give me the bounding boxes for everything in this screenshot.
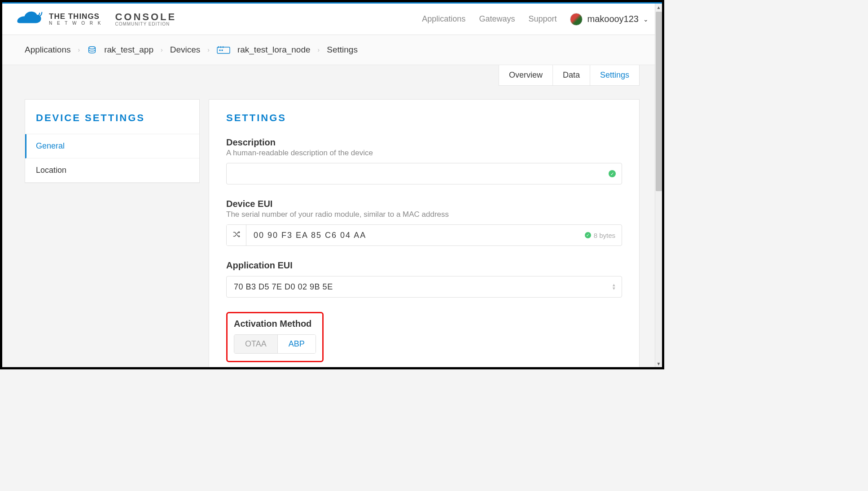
app-eui-select[interactable]: 70 B3 D5 7E D0 02 9B 5E ▴▾ xyxy=(226,276,622,298)
description-label: Description xyxy=(226,137,622,148)
breadcrumb-device-name[interactable]: rak_test_lora_node xyxy=(237,45,311,55)
sidebar-item-location[interactable]: Location xyxy=(25,158,199,183)
chevron-right-icon: › xyxy=(78,46,80,53)
device-settings-sidebar: DEVICE SETTINGS General Location xyxy=(25,99,200,183)
activation-highlight: Activation Method OTAA ABP xyxy=(226,312,324,362)
avatar xyxy=(570,13,583,26)
scroll-up-icon[interactable]: ▲ xyxy=(655,4,662,11)
scroll-thumb[interactable] xyxy=(656,12,662,191)
chevron-right-icon: › xyxy=(207,46,210,53)
header-nav: Applications Gateways Support xyxy=(422,14,557,24)
field-device-eui: Device EUI The serial number of your rad… xyxy=(226,199,622,246)
scroll-down-icon[interactable]: ▼ xyxy=(655,360,662,367)
description-help: A human-readable description of the devi… xyxy=(226,149,622,158)
field-app-eui: Application EUI 70 B3 D5 7E D0 02 9B 5E … xyxy=(226,260,622,298)
breadcrumb-applications[interactable]: Applications xyxy=(25,45,70,55)
brand-logo[interactable]: THE THINGS N E T W O R K CONSOLE COMMUNI… xyxy=(16,11,176,28)
activation-toggle: OTAA ABP xyxy=(234,334,316,354)
activation-label: Activation Method xyxy=(234,319,316,329)
device-icon xyxy=(217,45,230,54)
field-description: Description A human-readable description… xyxy=(226,137,622,184)
select-arrows-icon: ▴▾ xyxy=(613,283,615,290)
username: makoooy123 xyxy=(587,14,639,24)
tab-data[interactable]: Data xyxy=(552,65,590,85)
shuffle-icon xyxy=(232,230,241,240)
breadcrumb-app-name[interactable]: rak_test_app xyxy=(104,45,153,55)
svg-rect-1 xyxy=(217,47,230,53)
device-eui-label: Device EUI xyxy=(226,199,622,209)
page-body: Overview Data Settings DEVICE SETTINGS G… xyxy=(2,65,662,369)
svg-point-3 xyxy=(222,50,223,51)
activation-otaa[interactable]: OTAA xyxy=(234,335,277,353)
check-icon: ✓ xyxy=(585,232,591,238)
console-text: CONSOLE COMMUNITY EDITION xyxy=(115,12,176,27)
cloud-icon xyxy=(16,11,43,28)
application-icon xyxy=(87,45,97,55)
nav-gateways[interactable]: Gateways xyxy=(479,14,515,24)
app-header: THE THINGS N E T W O R K CONSOLE COMMUNI… xyxy=(2,4,662,35)
nav-support[interactable]: Support xyxy=(528,14,557,24)
breadcrumb-settings[interactable]: Settings xyxy=(327,45,358,55)
device-eui-value[interactable]: 00 90 F3 EA 85 C6 04 AA xyxy=(246,225,585,246)
breadcrumb-devices[interactable]: Devices xyxy=(170,45,201,55)
app-eui-label: Application EUI xyxy=(226,260,622,271)
svg-point-0 xyxy=(89,47,96,49)
user-menu[interactable]: makoooy123 ⌄ xyxy=(570,13,649,26)
brand-text: THE THINGS N E T W O R K xyxy=(49,13,102,26)
device-eui-help: The serial number of your radio module, … xyxy=(226,210,622,219)
tab-overview[interactable]: Overview xyxy=(499,65,552,85)
sidebar-item-general[interactable]: General xyxy=(25,134,199,158)
description-input[interactable] xyxy=(226,163,622,184)
vertical-scrollbar[interactable]: ▲ ▼ xyxy=(655,4,662,367)
svg-point-2 xyxy=(219,50,220,51)
app-eui-value: 70 B3 D5 7E D0 02 9B 5E xyxy=(234,282,333,292)
device-eui-bytes: 8 bytes xyxy=(594,232,615,239)
chevron-right-icon: › xyxy=(161,46,163,53)
tab-settings[interactable]: Settings xyxy=(590,65,639,85)
nav-applications[interactable]: Applications xyxy=(422,14,465,24)
settings-panel: SETTINGS Description A human-readable de… xyxy=(209,99,640,369)
sidebar-title: DEVICE SETTINGS xyxy=(25,100,199,134)
chevron-down-icon: ⌄ xyxy=(643,16,649,23)
chevron-right-icon: › xyxy=(318,46,320,53)
settings-title: SETTINGS xyxy=(226,112,622,124)
shuffle-button[interactable] xyxy=(227,225,246,246)
breadcrumb: Applications › rak_test_app › Devices › … xyxy=(2,35,662,65)
check-icon: ✓ xyxy=(609,170,616,177)
page-tabs: Overview Data Settings xyxy=(499,65,640,86)
device-eui-status: ✓ 8 bytes xyxy=(585,225,622,246)
activation-abp[interactable]: ABP xyxy=(277,335,316,353)
